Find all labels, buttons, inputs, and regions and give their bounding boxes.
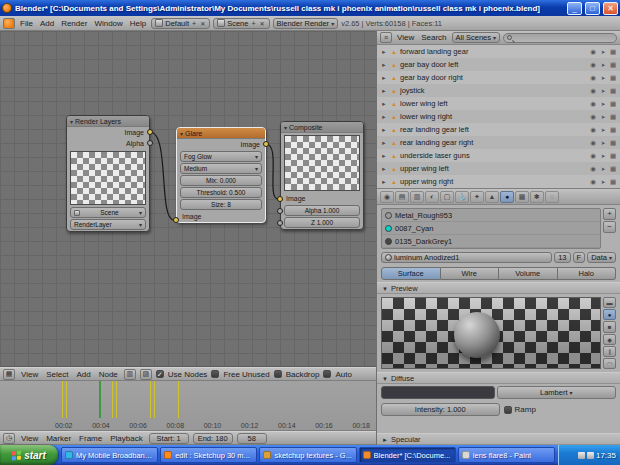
visibility-eye-icon[interactable] (589, 178, 597, 186)
outliner-item[interactable]: joystick (377, 84, 620, 97)
editor-type-node-icon[interactable]: ▦ (3, 369, 15, 380)
minimize-button[interactable] (567, 2, 582, 15)
tab-object-icon[interactable]: ▢ (440, 191, 454, 203)
close-button[interactable] (603, 2, 618, 15)
mode-wire-button[interactable]: Wire (441, 267, 500, 280)
glare-mix-slider[interactable]: Mix: 0.000 (180, 175, 262, 186)
visibility-eye-icon[interactable] (589, 100, 597, 108)
outliner-item[interactable]: lower wing right (377, 110, 620, 123)
expand-icon[interactable] (380, 139, 388, 147)
preview-hair-button[interactable]: ∥ (603, 346, 616, 357)
material-slot[interactable]: 0087_Cyan (382, 222, 600, 235)
expand-icon[interactable] (380, 126, 388, 134)
visibility-eye-icon[interactable] (589, 61, 597, 69)
expand-icon[interactable] (380, 113, 388, 121)
taskbar-item[interactable]: sketchup textures - G... (259, 447, 356, 463)
alpha-input-socket[interactable] (277, 208, 283, 214)
preview-cube-button[interactable]: ■ (603, 321, 616, 332)
diffuse-intensity-slider[interactable]: Intensity: 1.000 (381, 403, 500, 416)
material-link-select[interactable]: Data (587, 252, 616, 263)
outliner-item[interactable]: gear bay door right (377, 71, 620, 84)
outliner-item[interactable]: underside laser guns (377, 149, 620, 162)
preview-monkey-button[interactable]: ◆ (603, 334, 616, 345)
tab-particles-icon[interactable]: ✱ (530, 191, 544, 203)
auto-render-checkbox[interactable] (323, 370, 331, 378)
current-frame-playhead[interactable] (99, 381, 101, 418)
tab-data-icon[interactable]: ▲ (485, 191, 499, 203)
tab-constraints-icon[interactable]: ⚓ (455, 191, 469, 203)
expand-icon[interactable] (380, 165, 388, 173)
selectability-arrow-icon[interactable] (599, 152, 607, 159)
alpha-output-socket[interactable] (147, 140, 153, 146)
taskbar-item[interactable]: edit : Sketchup 30 m... (160, 447, 257, 463)
taskbar-item-active[interactable]: Blender* [C:\Docume... (359, 447, 456, 463)
preview-sky-button[interactable]: ◠ (603, 358, 616, 369)
tray-volume-icon[interactable] (578, 452, 585, 459)
editor-type-timeline-icon[interactable]: ◷ (3, 433, 15, 444)
add-material-slot-button[interactable]: + (603, 208, 616, 220)
node-render-layers[interactable]: Render Layers Image Alpha Scene RenderLa… (66, 115, 150, 232)
menu-file[interactable]: File (18, 19, 35, 28)
visibility-eye-icon[interactable] (589, 87, 597, 95)
tray-network-icon[interactable] (587, 452, 594, 459)
menu-view[interactable]: View (395, 33, 416, 42)
current-frame-field[interactable]: 58 (237, 433, 267, 444)
preview-flat-button[interactable]: ▬ (603, 297, 616, 308)
collapse-icon[interactable] (284, 124, 287, 131)
menu-add[interactable]: Add (74, 370, 92, 379)
glare-threshold-slider[interactable]: Threshold: 0.500 (180, 187, 262, 198)
specular-panel-header[interactable]: Specular (377, 433, 620, 445)
start-button[interactable]: start (0, 445, 58, 465)
tab-material-icon[interactable]: ● (500, 191, 514, 203)
preview-sphere-button[interactable]: ● (603, 309, 616, 320)
expand-icon[interactable] (380, 48, 388, 56)
tab-scene-icon[interactable]: ▥ (410, 191, 424, 203)
renderability-camera-icon[interactable] (609, 126, 617, 134)
renderability-camera-icon[interactable] (609, 87, 617, 95)
preview-panel-header[interactable]: Preview (377, 282, 620, 294)
material-slot[interactable]: 0135_DarkGrey1 (382, 235, 600, 248)
tab-render-icon[interactable]: ◉ (380, 191, 394, 203)
tab-modifiers-icon[interactable]: ✦ (470, 191, 484, 203)
menu-select[interactable]: Select (44, 370, 70, 379)
menu-help[interactable]: Help (128, 19, 148, 28)
menu-playback[interactable]: Playback (108, 434, 144, 443)
renderability-camera-icon[interactable] (609, 165, 617, 173)
outliner-item[interactable]: upper wing right (377, 175, 620, 188)
delete-scene-button[interactable] (259, 20, 266, 27)
scene-selector[interactable]: Scene (213, 18, 269, 29)
menu-node[interactable]: Node (97, 370, 120, 379)
node-composite[interactable]: Composite Image Alpha 1.000 Z 1.000 (280, 121, 364, 230)
image-output-socket[interactable] (147, 129, 153, 135)
window-titlebar[interactable]: Blender* [C:\Documents and Settings\Admi… (0, 0, 620, 16)
collapse-icon[interactable] (180, 130, 183, 137)
visibility-eye-icon[interactable] (589, 74, 597, 82)
menu-render[interactable]: Render (59, 19, 89, 28)
selectability-arrow-icon[interactable] (599, 87, 607, 94)
node-glare[interactable]: Glare Image Fog Glow Medium Mix: 0.000 T… (176, 127, 266, 223)
menu-add[interactable]: Add (38, 19, 56, 28)
expand-icon[interactable] (380, 87, 388, 95)
fake-user-button[interactable]: F (573, 252, 586, 263)
node-editor-canvas[interactable]: Render Layers Image Alpha Scene RenderLa… (0, 31, 376, 367)
mode-halo-button[interactable]: Halo (558, 267, 617, 280)
outliner-scope-select[interactable]: All Scenes (452, 32, 500, 43)
renderability-camera-icon[interactable] (609, 74, 617, 82)
mode-surface-button[interactable]: Surface (381, 267, 441, 280)
selectability-arrow-icon[interactable] (599, 165, 607, 172)
image-input-socket[interactable] (173, 217, 179, 223)
expand-icon[interactable] (380, 61, 388, 69)
delete-layout-button[interactable] (199, 20, 206, 27)
menu-frame[interactable]: Frame (77, 434, 104, 443)
editor-type-outliner-icon[interactable]: ≡ (380, 32, 392, 43)
material-users-button[interactable]: 13 (554, 252, 570, 263)
diffuse-panel-header[interactable]: Diffuse (377, 372, 620, 384)
composite-alpha-slider[interactable]: Alpha 1.000 (284, 205, 360, 216)
selectability-arrow-icon[interactable] (599, 100, 607, 107)
selectability-arrow-icon[interactable] (599, 48, 607, 55)
texture-nodes-icon[interactable]: ▨ (140, 369, 152, 380)
selectability-arrow-icon[interactable] (599, 126, 607, 133)
selectability-arrow-icon[interactable] (599, 113, 607, 120)
visibility-eye-icon[interactable] (589, 165, 597, 173)
expand-icon[interactable] (380, 100, 388, 108)
